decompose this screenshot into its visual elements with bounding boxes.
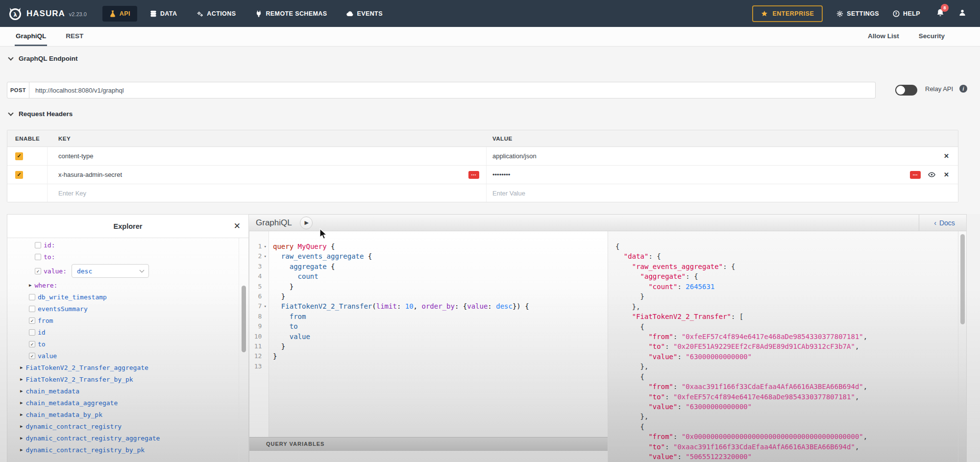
- field-checkbox[interactable]: ✓: [35, 268, 41, 274]
- nav-item-data[interactable]: DATA: [143, 6, 184, 22]
- header-value[interactable]: ••••••••: [492, 171, 510, 178]
- explorer-item-to-[interactable]: to:: [7, 251, 239, 263]
- fold-arrow-icon[interactable]: ▾: [262, 301, 269, 311]
- response-line: },: [615, 362, 955, 371]
- collapse-chevron-icon[interactable]: [8, 110, 13, 116]
- close-icon[interactable]: ✕: [234, 221, 241, 231]
- scrollbar-thumb[interactable]: [242, 286, 246, 352]
- notifications-button[interactable]: 8: [936, 8, 945, 19]
- explorer-item-value[interactable]: ✓value: [7, 350, 239, 362]
- admin-secret-badge-icon[interactable]: •••: [468, 171, 479, 179]
- expand-arrow-icon[interactable]: ▶: [29, 283, 31, 288]
- explorer-item-chain-metadata-by-pk[interactable]: ▶chain_metadata_by_pk: [7, 409, 239, 420]
- nav-item-events[interactable]: EVENTS: [340, 6, 389, 22]
- field-checkbox[interactable]: [29, 294, 35, 300]
- explorer-item-dynamic-contract-registry-aggregate[interactable]: ▶dynamic_contract_registry_aggregate: [7, 432, 239, 444]
- hasura-logo[interactable]: λ HASURA v2.23.0: [8, 6, 87, 21]
- explorer-item-eventssummary[interactable]: eventsSummary: [7, 303, 239, 315]
- explorer-item-chain-metadata[interactable]: ▶chain_metadata: [7, 385, 239, 397]
- new-header-value-input[interactable]: [492, 190, 639, 197]
- expand-arrow-icon[interactable]: ▶: [20, 412, 23, 417]
- field-checkbox[interactable]: [35, 254, 41, 260]
- star-icon: [761, 10, 768, 17]
- hasura-console: λ HASURA v2.23.0 APIDATAACTIONSREMOTE SC…: [0, 0, 980, 462]
- column-enable: ENABLE: [7, 130, 47, 146]
- tab-graphiql[interactable]: GraphiQL: [15, 27, 47, 46]
- remove-header-button[interactable]: ✕: [944, 152, 949, 160]
- header-key[interactable]: x-hasura-admin-secret: [58, 171, 122, 178]
- explorer-scrollbar[interactable]: [239, 238, 248, 462]
- relay-api-toggle[interactable]: [895, 85, 917, 96]
- expand-arrow-icon[interactable]: ▶: [20, 365, 23, 370]
- remove-header-button[interactable]: ✕: [944, 171, 949, 178]
- explorer-item-dynamic-contract-registry-by-pk[interactable]: ▶dynamic_contract_registry_by_pk: [7, 444, 239, 456]
- nav-item-actions[interactable]: ACTIONS: [190, 6, 243, 22]
- fold-arrow-icon[interactable]: ▾: [262, 251, 269, 261]
- field-checkbox[interactable]: ✓: [29, 341, 35, 347]
- info-icon[interactable]: i: [959, 85, 967, 93]
- docs-button[interactable]: ‹ Docs: [919, 215, 970, 231]
- field-checkbox[interactable]: ✓: [29, 353, 35, 359]
- reveal-secret-button[interactable]: [928, 170, 936, 179]
- user-menu-button[interactable]: [958, 9, 966, 19]
- fold-arrow-icon[interactable]: ▾: [262, 242, 269, 251]
- endpoint-url-input[interactable]: [29, 82, 876, 98]
- explorer-item-chain-metadata-aggregate[interactable]: ▶chain_metadata_aggregate: [7, 397, 239, 409]
- explorer-item-where-[interactable]: ▶where:: [7, 279, 239, 291]
- explorer-item-fiattokenv2-2-transfer-by-pk[interactable]: ▶FiatTokenV2_2_Transfer_by_pk: [7, 373, 239, 385]
- gutter-line: 7▾: [249, 301, 269, 311]
- response-scrollbar[interactable]: [958, 231, 966, 462]
- enterprise-button[interactable]: ENTERPRISE: [752, 5, 823, 22]
- play-icon: ▶: [304, 219, 308, 226]
- order-direction-select[interactable]: desc: [72, 264, 149, 278]
- explorer-item-id[interactable]: id: [7, 326, 239, 338]
- main-nav-items: APIDATAACTIONSREMOTE SCHEMASEVENTS: [102, 0, 395, 27]
- editor-code[interactable]: query MyQuery { raw_events_aggregate { a…: [273, 231, 608, 437]
- explorer-item-to[interactable]: ✓to: [7, 338, 239, 350]
- expand-arrow-icon[interactable]: ▶: [20, 389, 23, 393]
- query-line: }: [273, 292, 608, 301]
- header-enable-checkbox[interactable]: ✓: [15, 171, 23, 179]
- chevron-down-icon: [140, 268, 145, 273]
- explorer-item-id-[interactable]: id:: [7, 239, 239, 251]
- field-checkbox[interactable]: [35, 242, 41, 248]
- scrollbar-thumb[interactable]: [960, 234, 965, 324]
- explorer-item-fiattokenv2-2-transfer-aggregate[interactable]: ▶FiatTokenV2_2_Transfer_aggregate: [7, 362, 239, 373]
- graphql-endpoint-section-title: GraphQL Endpoint: [9, 55, 78, 62]
- tab-rest[interactable]: REST: [65, 27, 84, 46]
- field-checkbox[interactable]: [29, 306, 35, 312]
- column-value: VALUE: [487, 130, 958, 146]
- header-value[interactable]: application/json: [492, 152, 537, 160]
- explorer-panel: Explorer ✕ id:to:✓value:desc▶where:db_wr…: [7, 214, 249, 462]
- execute-query-button[interactable]: ▶: [300, 217, 313, 229]
- header-enable-checkbox[interactable]: ✓: [15, 152, 23, 160]
- explorer-item-dynamic-contract-registry[interactable]: ▶dynamic_contract_registry: [7, 420, 239, 432]
- query-variables-editor[interactable]: [249, 451, 608, 462]
- expand-arrow-icon[interactable]: ▶: [20, 436, 23, 440]
- new-header-key-input[interactable]: [58, 190, 205, 197]
- fold-arrow-icon: [262, 341, 269, 351]
- tab-allow-list[interactable]: Allow List: [867, 27, 900, 46]
- explorer-item-from[interactable]: ✓from: [7, 315, 239, 326]
- admin-secret-badge-icon[interactable]: •••: [910, 171, 921, 179]
- nav-item-api[interactable]: API: [102, 6, 137, 22]
- explorer-item-db-write-timestamp[interactable]: db_write_timestamp: [7, 291, 239, 303]
- gutter-line: 2▾: [249, 251, 269, 261]
- header-key[interactable]: content-type: [58, 152, 94, 160]
- query-variables-bar[interactable]: QUERY VARIABLES: [249, 437, 608, 451]
- nav-item-remote-schemas[interactable]: REMOTE SCHEMAS: [248, 6, 334, 22]
- expand-arrow-icon[interactable]: ▶: [20, 400, 23, 405]
- expand-arrow-icon[interactable]: ▶: [20, 447, 23, 452]
- request-headers-table: ENABLE KEY VALUE ✓content-typeapplicatio…: [7, 130, 958, 202]
- explorer-header: Explorer ✕: [7, 215, 248, 238]
- settings-button[interactable]: SETTINGS: [836, 10, 879, 17]
- query-line: from: [273, 312, 608, 321]
- expand-arrow-icon[interactable]: ▶: [20, 377, 23, 382]
- collapse-chevron-icon[interactable]: [8, 55, 13, 60]
- field-checkbox[interactable]: ✓: [29, 317, 35, 324]
- field-checkbox[interactable]: [29, 329, 35, 336]
- tab-security[interactable]: Security: [918, 27, 946, 46]
- help-button[interactable]: ? HELP: [893, 10, 920, 17]
- explorer-item-value-[interactable]: ✓value:desc: [7, 263, 239, 279]
- expand-arrow-icon[interactable]: ▶: [20, 424, 23, 429]
